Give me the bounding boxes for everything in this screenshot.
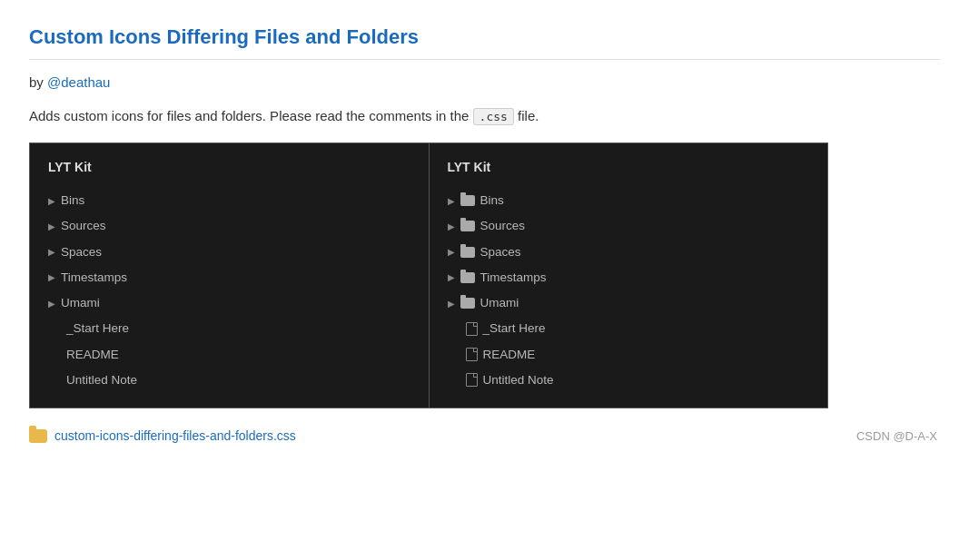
- list-item: ▶ Umami: [448, 290, 810, 316]
- list-item: README: [448, 342, 810, 368]
- file-icon: [466, 348, 478, 361]
- page-title: Custom Icons Differing Files and Folders: [29, 22, 940, 52]
- folder-yellow-icon: [29, 429, 47, 443]
- css-file-link[interactable]: custom-icons-differing-files-and-folders…: [29, 427, 296, 446]
- list-item: Untitled Note: [448, 368, 810, 393]
- item-label: _Start Here: [66, 319, 129, 338]
- item-label: Spaces: [61, 243, 102, 261]
- item-label: Umami: [480, 294, 519, 312]
- chevron-right-icon: ▶: [48, 297, 55, 310]
- right-panel-title: LYT Kit: [448, 158, 810, 177]
- list-item: _Start Here: [448, 316, 810, 341]
- list-item: ▶ Sources: [448, 213, 810, 239]
- chevron-right-icon: ▶: [48, 220, 55, 233]
- item-label: Untitled Note: [483, 371, 554, 389]
- chevron-right-icon: ▶: [48, 194, 55, 208]
- list-item: ▶ Umami: [48, 290, 410, 316]
- item-label: Timestamps: [480, 269, 547, 287]
- item-label: Bins: [61, 192, 84, 210]
- chevron-right-icon: ▶: [448, 194, 455, 208]
- description-before: Adds custom icons for files and folders.…: [29, 108, 473, 123]
- title-divider: [29, 59, 940, 60]
- item-label: README: [66, 346, 119, 364]
- list-item: ▶ Spaces: [48, 240, 410, 265]
- item-label: Spaces: [480, 243, 521, 261]
- file-icon: [466, 373, 478, 387]
- author-link[interactable]: @deathau: [47, 74, 110, 90]
- list-item: ▶ Bins: [48, 188, 410, 213]
- item-label: Umami: [61, 294, 100, 312]
- description-line: Adds custom icons for files and folders.…: [29, 106, 940, 127]
- list-item: ▶ Timestamps: [48, 265, 410, 290]
- credit-text: CSDN @D-A-X: [856, 427, 937, 446]
- list-item: ▶ Sources: [48, 213, 410, 239]
- item-label: Sources: [480, 217, 526, 235]
- left-panel: LYT Kit ▶ Bins ▶ Sources ▶ Spaces ▶ Time…: [30, 143, 430, 408]
- chevron-right-icon: ▶: [448, 270, 455, 284]
- list-item: ▶ Timestamps: [448, 265, 810, 290]
- list-item: README: [48, 342, 410, 368]
- description-after: file.: [514, 108, 539, 123]
- footer-row: custom-icons-differing-files-and-folders…: [29, 427, 937, 446]
- chevron-right-icon: ▶: [48, 245, 55, 259]
- list-item: Untitled Note: [48, 368, 410, 393]
- item-label: Untitled Note: [66, 371, 137, 389]
- chevron-right-icon: ▶: [48, 270, 55, 284]
- list-item: _Start Here: [48, 316, 410, 341]
- item-label: README: [483, 346, 536, 364]
- chevron-right-icon: ▶: [448, 245, 455, 259]
- preview-container: LYT Kit ▶ Bins ▶ Sources ▶ Spaces ▶ Time…: [29, 142, 828, 408]
- folder-icon: [460, 221, 475, 231]
- item-label: Sources: [61, 217, 106, 235]
- left-panel-title: LYT Kit: [48, 158, 410, 177]
- css-code-inline: .css: [473, 108, 514, 125]
- item-label: Bins: [480, 192, 504, 210]
- file-icon: [466, 322, 478, 336]
- author-line: by @deathau: [29, 73, 940, 93]
- folder-icon: [460, 272, 475, 283]
- folder-icon: [460, 195, 475, 206]
- item-label: _Start Here: [483, 319, 546, 338]
- chevron-right-icon: ▶: [448, 220, 455, 233]
- right-panel: LYT Kit ▶ Bins ▶ Sources ▶ Spaces ▶: [430, 143, 828, 408]
- chevron-right-icon: ▶: [448, 297, 455, 310]
- folder-icon: [460, 298, 475, 309]
- list-item: ▶ Spaces: [448, 240, 810, 265]
- item-label: Timestamps: [61, 269, 127, 287]
- folder-icon: [460, 247, 475, 258]
- author-prefix: by: [29, 74, 47, 90]
- list-item: ▶ Bins: [448, 188, 810, 213]
- css-file-link-label: custom-icons-differing-files-and-folders…: [54, 427, 296, 446]
